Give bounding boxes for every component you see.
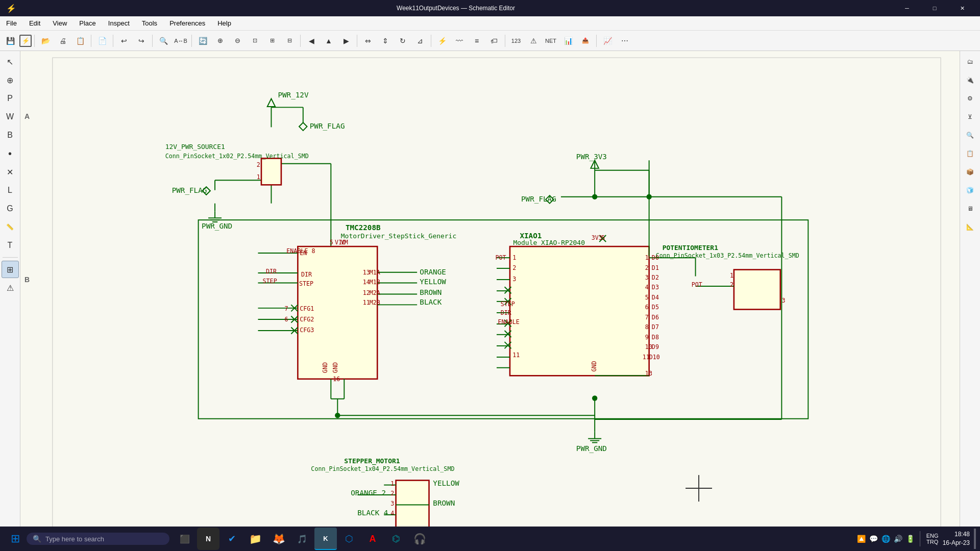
add-power-tool[interactable]: P	[2, 90, 19, 107]
maximize-button[interactable]: □	[923, 0, 946, 16]
rotate-button[interactable]: ↻	[395, 33, 411, 49]
menu-edit[interactable]: Edit	[23, 16, 46, 30]
show-3d-tool[interactable]: 🧊	[962, 182, 979, 199]
menu-file[interactable]: File	[0, 16, 23, 30]
gerber-tool[interactable]: 📐	[962, 218, 979, 236]
grid-toggle[interactable]: ⊞	[2, 261, 19, 278]
find-replace-button[interactable]: A↔B	[173, 33, 189, 49]
language-indicator[interactable]: ENG TRQ	[924, 532, 941, 546]
system-clock[interactable]: 18:48 16-Apr-23	[943, 530, 970, 547]
cursor-tool[interactable]: ↖	[2, 53, 19, 70]
window-controls: ─ □ ✕	[895, 0, 974, 16]
svg-text:12V_PWR_SOURCE1: 12V_PWR_SOURCE1	[165, 143, 225, 151]
component-props-tool[interactable]: 📋	[962, 145, 979, 162]
svg-text:6: 6	[284, 316, 288, 323]
add-junction-tool[interactable]: •	[2, 145, 19, 162]
spotify-app-2[interactable]: 🎵	[291, 528, 313, 550]
svg-text:13: 13	[645, 370, 652, 377]
menu-preferences[interactable]: Preferences	[163, 16, 211, 30]
zoom-area-button[interactable]: ⊞	[264, 33, 280, 49]
erc-markers-toggle[interactable]: ⚠	[2, 279, 19, 296]
zoom-prev-button[interactable]: ⊟	[281, 33, 298, 49]
net-label-tool[interactable]: L	[2, 182, 19, 199]
svg-text:STEP: STEP	[263, 278, 277, 285]
pcbnew-tool[interactable]: 🖥	[962, 200, 979, 217]
new-schematic-button[interactable]: ⚡	[19, 35, 32, 47]
mirror-x-button[interactable]: ⇔	[360, 33, 376, 49]
global-label-tool[interactable]: G	[2, 200, 19, 217]
volume-icon[interactable]: 🔊	[893, 534, 903, 544]
toolbar-sep-1	[34, 35, 35, 47]
nav-back-button[interactable]: ◀	[303, 33, 320, 49]
tickdone-app[interactable]: ✔	[220, 528, 243, 550]
sim-button[interactable]: 📈	[599, 33, 616, 49]
kicad-app[interactable]: K	[314, 528, 337, 550]
redo-button[interactable]: ↪	[133, 33, 150, 49]
arduino-app[interactable]: ⌬	[385, 528, 407, 550]
explorer-app[interactable]: 📁	[244, 528, 266, 550]
no-connect-tool[interactable]: ✕	[2, 163, 19, 181]
add-wire-button[interactable]: 〰	[451, 33, 468, 49]
saveas-button[interactable]: 📋	[72, 33, 88, 49]
network-icon[interactable]: 🌐	[881, 534, 891, 544]
properties-tool[interactable]: ⚙	[962, 90, 979, 107]
add-wire-tool[interactable]: W	[2, 108, 19, 126]
erc-button[interactable]: ⚠	[525, 33, 542, 49]
spotify-app[interactable]: 🎧	[408, 528, 431, 550]
schematic-canvas-area[interactable]: A B	[20, 51, 960, 535]
undo-button[interactable]: ↩	[116, 33, 132, 49]
zoom-sheet-tool[interactable]: 🔍	[962, 127, 979, 144]
nav-fwd-button[interactable]: ▶	[338, 33, 354, 49]
zoom-out-button[interactable]: ⊖	[229, 33, 246, 49]
assign-footprint-tool[interactable]: 📦	[962, 163, 979, 181]
search-input[interactable]	[45, 535, 148, 543]
mirror-y-button[interactable]: ⇕	[377, 33, 394, 49]
text-tool[interactable]: T	[2, 237, 19, 254]
add-bus-tool[interactable]: B	[2, 127, 19, 144]
add-power-button[interactable]: ⚡	[434, 33, 450, 49]
show-desktop[interactable]	[974, 529, 976, 549]
net-inspector-tool[interactable]: 🔌	[962, 71, 979, 89]
svg-text:GND: GND	[591, 361, 598, 371]
add-label-button[interactable]: 🏷	[486, 33, 502, 49]
start-button[interactable]: ⊞	[4, 528, 27, 550]
svg-text:M2B: M2B	[370, 299, 380, 306]
open-button[interactable]: 📂	[37, 33, 54, 49]
flip-button[interactable]: ⊿	[412, 33, 428, 49]
minimize-button[interactable]: ─	[895, 0, 919, 16]
svg-text:1: 1	[730, 272, 733, 279]
save-button[interactable]: 💾	[2, 33, 18, 49]
more-button[interactable]: ⋯	[617, 33, 633, 49]
annotate-button[interactable]: 123	[508, 33, 524, 49]
refresh-button[interactable]: 🔄	[194, 33, 211, 49]
menu-place[interactable]: Place	[73, 16, 102, 30]
find-button[interactable]: 🔍	[155, 33, 172, 49]
close-button[interactable]: ✕	[950, 0, 974, 16]
export-button[interactable]: 📤	[577, 33, 594, 49]
menu-inspect[interactable]: Inspect	[102, 16, 136, 30]
ruler-tool[interactable]: 📏	[2, 218, 19, 236]
task-view-button[interactable]: ⬛	[174, 528, 196, 550]
notion-app[interactable]: N	[197, 528, 219, 550]
bom-button[interactable]: 📊	[560, 33, 576, 49]
menu-tools[interactable]: Tools	[136, 16, 163, 30]
zoom-in-button[interactable]: ⊕	[212, 33, 228, 49]
nav-up-button[interactable]: ▲	[321, 33, 337, 49]
add-symbol-tool[interactable]: ⊕	[2, 71, 19, 89]
menu-help[interactable]: Help	[211, 16, 237, 30]
print-button[interactable]: 🖨	[55, 33, 71, 49]
add-bus-button[interactable]: ≡	[469, 33, 485, 49]
acrobat-app[interactable]: A	[361, 528, 384, 550]
zoom-fit-button[interactable]: ⊡	[247, 33, 263, 49]
firefox-app[interactable]: 🦊	[267, 528, 290, 550]
vscode-app[interactable]: ⬡	[338, 528, 360, 550]
taskbar-search-box[interactable]: 🔍	[27, 533, 169, 545]
net-button[interactable]: NET	[543, 33, 559, 49]
filter-tool[interactable]: ⊻	[962, 108, 979, 126]
chat-icon[interactable]: 💬	[869, 534, 879, 544]
hierarchy-tool[interactable]: 🗂	[962, 53, 979, 70]
copy-button[interactable]: 📄	[94, 33, 110, 49]
menu-view[interactable]: View	[46, 16, 73, 30]
show-hidden-icons[interactable]: 🔼	[856, 534, 867, 544]
battery-icon[interactable]: 🔋	[905, 534, 916, 544]
